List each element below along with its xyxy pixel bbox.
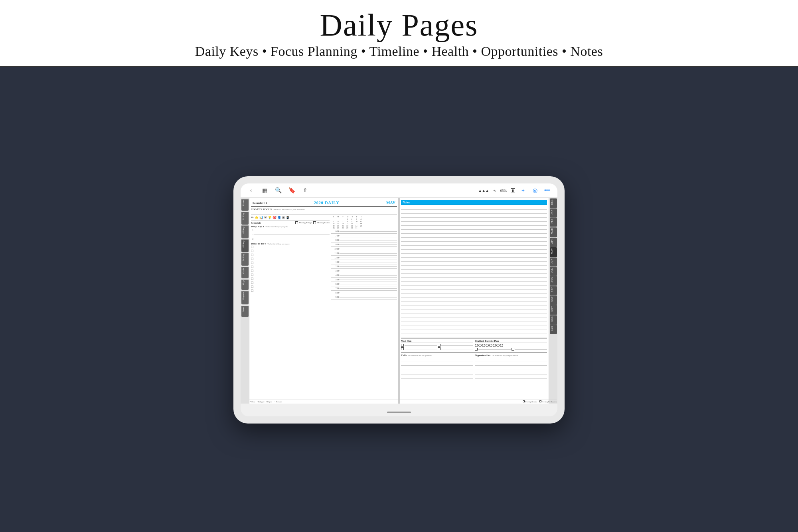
note-line-25 [401,301,547,305]
time-500: 5:00 [331,278,397,282]
todo-row-12 [251,289,330,293]
health-box-7[interactable] [496,344,500,347]
tablet-screen: ‹ ▦ 🔍 🔖 ⇧ ▲▲▲ ∿ 65% ▮ + ◎ ••• [241,183,557,416]
sidebar-tab-03key[interactable]: 03 Key [241,240,249,252]
morning-routine-label: Morning Routine [317,222,330,224]
month-tab-feb[interactable]: FEB [550,218,557,227]
health-box-1[interactable] [475,344,478,347]
meal-cb-2[interactable] [438,344,440,347]
sidebar-tab-02key[interactable]: 02 Key [241,226,249,238]
grid-icon[interactable]: ▦ [261,187,269,195]
icon-grid: ⊞ [282,216,285,219]
sidebar-tab-projects[interactable]: Projects [241,291,249,304]
add-icon[interactable]: + [519,187,527,195]
note-line-3 [401,214,547,218]
meal-cb-3[interactable] [401,347,404,350]
sidebar-tab-mtgs[interactable]: Mtgs [241,280,249,290]
cal-week-5: 262728293031 [331,227,363,229]
daily-key-sublabel: The list that will impact your goals. [265,226,288,228]
opp-line-1 [475,357,547,361]
urgent-legend: ! Urgent [266,401,272,403]
note-line-20 [401,282,547,286]
note-line-26 [401,305,547,309]
tablet-top-right: ▲▲▲ ∿ 65% ▮ + ◎ ••• [478,187,551,195]
month-tab-dec2[interactable]: DEC [550,315,557,325]
todo-row-9 [251,277,330,281]
health-cb-2[interactable] [512,348,514,351]
todo-row-6 [251,265,330,269]
note-line-2 [401,210,547,214]
sidebar-tab-notes[interactable]: Notes [241,306,249,317]
call-line-1 [401,357,473,361]
month-tab-jan2[interactable]: JAN [550,325,557,334]
daily-key-section: Daily Key 3 The list that will impact yo… [251,225,330,241]
back-icon[interactable]: ‹ [247,187,255,195]
morning-routine-cb[interactable] [313,221,316,224]
health-box-5[interactable] [489,344,492,347]
share-icon[interactable]: ⇧ [301,187,309,195]
opp-title: Opportunities [475,354,490,357]
morning-preflight-cb[interactable] [295,221,298,224]
sidebar-tab-home[interactable]: Home [241,199,249,211]
search-icon[interactable]: 🔍 [274,187,282,195]
focus-section: TODAY'S FOCUS What will have most of you… [251,208,397,215]
month-tab-oct[interactable]: OCT [550,296,557,305]
month-tab-apr[interactable]: APR [550,238,557,247]
right-sidebar: DEC JAN FEB MAR APR MAY JUN JUL AUG SEP … [549,198,557,404]
tablet-home-button[interactable] [387,412,411,413]
month-tab-jun[interactable]: JUN [550,258,557,267]
opp-line-5 [475,375,547,379]
health-box-6[interactable] [493,344,496,347]
calls-sublabel: The connections that will open doors. [408,355,432,357]
notes-lines-section [401,206,547,337]
schedule-header: Schedule Morning Preflight Morning Routi… [251,221,330,224]
time-schedule: 6:00 7:00 8:00 9:00 10:00 11:00 12:00 1:… [331,229,397,299]
health-section: Health & Exercise Plan [475,340,547,351]
sidebar-tab-04key[interactable]: 04 Key [241,253,249,266]
daily-todo-label: Daily To-Do's [251,242,266,245]
opp-line-3 [475,366,547,370]
right-planner-page: Notes [399,198,549,404]
health-box-4[interactable] [486,344,489,347]
more-options-icon[interactable]: ••• [543,187,551,195]
icons-row: ✏ ⭐ 📊 ✉ 💡 🎯 👤 ⊞ 📱 [251,216,330,219]
call-line-4 [401,370,473,374]
time-800: 8:00 [331,238,397,242]
month-tab-may[interactable]: MAY [550,247,557,257]
meal-cb-1[interactable] [401,344,404,347]
meal-cb-4[interactable] [438,347,440,350]
opp-header: Opportunities The list that will help yo… [475,354,547,357]
morning-preflight-label: Morning Preflight [299,222,312,224]
bookmark-icon[interactable]: 🔖 [288,187,296,195]
note-line-1 [401,206,547,210]
call-line-2 [401,362,473,366]
schedule-checkboxes: Morning Preflight Morning Routine [295,221,330,224]
focus-label: TODAY'S FOCUS [251,208,272,211]
icon-target: 🎯 [273,216,277,219]
health-box-8[interactable] [500,344,503,347]
time-400: 4:00 [331,273,397,278]
health-cb-1[interactable] [475,348,478,351]
month-tab-jul[interactable]: JUL [550,267,557,276]
month-tab-mar[interactable]: MAR [550,227,557,237]
month-tab-sep[interactable]: SEP [550,286,557,295]
month-tab-aug[interactable]: AUG [550,276,557,286]
sidebar-tab-goals[interactable]: Goals [241,267,249,278]
note-line-33 [401,333,547,337]
time-600: 6:00 [331,229,397,234]
circle-check-icon[interactable]: ◎ [531,187,539,195]
todo-row-2 [251,249,330,253]
todo-row-8 [251,273,330,277]
health-box-3[interactable] [482,344,485,347]
health-cb-row [475,348,547,351]
note-line-5 [401,222,547,226]
health-box-2[interactable] [478,344,482,347]
month-tab-nov[interactable]: NOV [550,305,557,315]
sidebar-tab-01key[interactable]: 01 Key [241,212,249,225]
todo-row-5 [251,261,330,265]
month-tab-dec1[interactable]: DEC [550,199,557,208]
note-line-31 [401,325,547,329]
month-tab-jan1[interactable]: JAN [550,209,557,218]
health-title: Health & Exercise Plan [475,340,547,343]
right-column: SMTWTFS 1234 567891011 12131415161718 [331,216,397,299]
